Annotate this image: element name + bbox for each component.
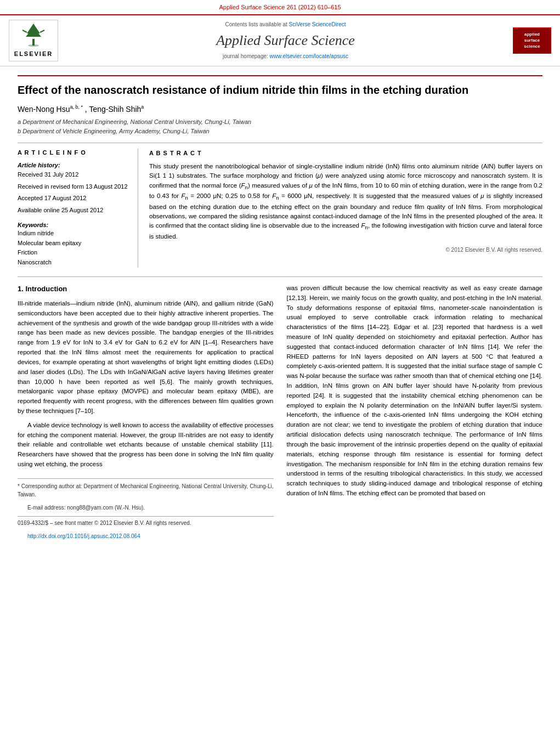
body-left-col: 1. Introduction III-nitride materials—in… [18,284,274,545]
svg-line-5 [40,30,44,32]
paper-content: Effect of the nanoscratch resistance of … [0,66,560,554]
intro-title: 1. Introduction [18,284,274,295]
paper-title: Effect of the nanoscratch resistance of … [18,83,542,97]
article-history: Article history: Received 31 July 2012 R… [18,161,129,214]
article-info-abstract: A R T I C L E I N F O Article history: R… [18,143,542,268]
accepted-date: Accepted 17 August 2012 [18,194,129,202]
history-label: Article history: [18,161,129,169]
svg-point-1 [28,44,39,47]
affiliation-b: b Department of Vehicle Engineering, Arm… [18,127,542,135]
affiliation-a: a Department of Mechanical Engineering, … [18,118,542,126]
intro-para-1: III-nitride materials—indium nitride (In… [18,299,274,416]
footnote-issn: 0169-4332/$ – see front matter © 2012 El… [18,519,274,528]
footnote-doi: http://dx.doi.org/10.1016/j.apsusc.2012.… [18,532,274,541]
received-revised-date: Received in revised form 13 August 2012 [18,183,129,191]
authors-line: Wen-Nong Hsua, b, * , Teng-Shih Shiha [18,104,542,115]
abstract-heading: A B S T R A C T [149,149,542,158]
journal-citation: Applied Surface Science 261 (2012) 610–6… [219,4,341,10]
journal-logo-text: applied surface science [516,31,548,50]
elsevier-logo: ELSEVIER [9,20,58,61]
copyright-line: © 2012 Elsevier B.V. All rights reserved… [149,246,542,254]
elsevier-tree-icon [12,22,55,50]
keywords-label: Keywords: [18,222,48,228]
author1-name: Wen-Nong Hsu [18,104,70,113]
article-info-col: A R T I C L E I N F O Article history: R… [18,149,138,268]
footnote-area: * Corresponding author at: Department of… [18,478,274,512]
footnote-email: E-mail address: nong88@yam.com (W.-N. Hs… [18,504,274,512]
body-separator [18,276,542,277]
keyword-4: Nanoscratch [18,258,129,267]
journal-homepage: journal homepage: www.elsevier.com/locat… [58,53,513,60]
journal-header-bar: Applied Surface Science 261 (2012) 610–6… [0,0,560,15]
author2-name: , Teng-Shih Shih [85,104,141,113]
available-date: Available online 25 August 2012 [18,206,129,214]
right-para-1: was proven difficult because the low che… [287,284,543,499]
doi-link[interactable]: http://dx.doi.org/10.1016/j.apsusc.2012.… [27,533,140,539]
affiliations: a Department of Mechanical Engineering, … [18,118,542,136]
header-section: ELSEVIER Contents lists available at Sci… [0,15,560,66]
keyword-3: Friction [18,248,129,257]
journal-title: Applied Surface Science [58,31,513,50]
keyword-2: Molecular beam epitaxy [18,239,129,247]
body-two-col: 1. Introduction III-nitride materials—in… [18,284,542,545]
abstract-col: A B S T R A C T This study present the n… [149,149,542,268]
keyword-1: Indium nitride [18,229,129,237]
svg-line-4 [22,30,27,32]
body-right-col: was proven difficult because the low che… [287,284,543,545]
homepage-url[interactable]: www.elsevier.com/locate/apsusc [270,53,348,59]
received-date: Received 31 July 2012 [18,171,129,179]
footnote-bottom: 0169-4332/$ – see front matter © 2012 El… [18,516,274,540]
sciverse-link: Contents lists available at SciVerse Sci… [58,21,513,29]
author1-sup: a, b, * [70,104,83,110]
abstract-text: This study present the nanotribological … [149,162,542,241]
lateral-force-text: force [528,222,542,229]
journal-logo-right: applied surface science [513,27,551,54]
footnote-corresponding: * Corresponding author at: Department of… [18,482,274,499]
sciverse-anchor[interactable]: SciVerse ScienceDirect [289,21,346,27]
article-info-heading: A R T I C L E I N F O [18,149,129,157]
intro-para-2: A viable device technology is well known… [18,421,274,470]
elsevier-wordmark: ELSEVIER [12,50,55,58]
header-center: Contents lists available at SciVerse Sci… [58,21,513,60]
red-divider-top [18,75,542,76]
keywords-section: Keywords: Indium nitride Molecular beam … [18,221,129,267]
author2-sup: a [141,104,144,110]
